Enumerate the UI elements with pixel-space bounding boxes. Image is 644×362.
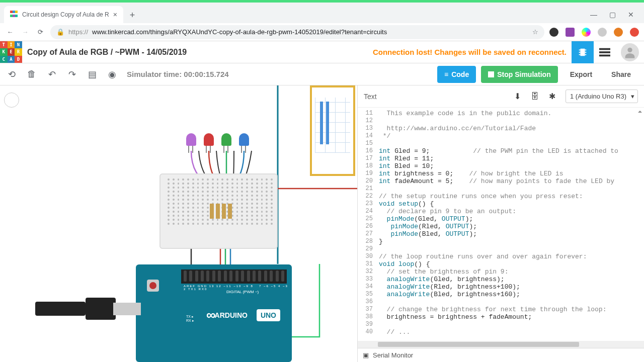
arduino-uno-component[interactable]: AREF GND 13 12 ~11 ~10 ~9 8 7 ~6 ~5 4 ~3… bbox=[136, 264, 292, 362]
lock-icon: 🔒 bbox=[56, 28, 64, 36]
svg-rect-7 bbox=[599, 48, 610, 50]
url-input[interactable]: 🔒 https://www.tinkercad.com/things/aRYQX… bbox=[50, 25, 544, 39]
export-button[interactable]: Export bbox=[563, 66, 599, 83]
list-icon bbox=[599, 48, 610, 57]
window-maximize-icon[interactable]: ▢ bbox=[609, 11, 616, 19]
tab-title: Circuit design Copy of Aula de R bbox=[22, 11, 109, 18]
share-button[interactable]: Share bbox=[604, 66, 638, 83]
app-header: TIN KER CAD Copy of Aula de RGB / ~PWM -… bbox=[0, 41, 644, 63]
editor-vscrollbar[interactable] bbox=[638, 109, 644, 341]
debugger-icon[interactable]: ✱ bbox=[549, 92, 555, 101]
oscilloscope-component[interactable] bbox=[310, 85, 355, 176]
code-content[interactable]: This example code is in the public domai… bbox=[376, 108, 644, 341]
browser-tab[interactable]: Circuit design Copy of Aula de R × bbox=[4, 6, 123, 23]
rotate-tool-icon[interactable]: ⟲ bbox=[6, 69, 17, 80]
stop-simulation-button[interactable]: Stop Simulation bbox=[481, 66, 558, 83]
led-component[interactable] bbox=[239, 133, 249, 146]
svg-point-10 bbox=[627, 47, 632, 52]
code-panel: Text ⬇ 🗄 ✱ 1 (Arduino Uno R3) 1112131415… bbox=[357, 85, 644, 362]
delete-tool-icon[interactable]: 🗑 bbox=[26, 69, 37, 79]
new-tab-button[interactable]: + bbox=[125, 8, 139, 22]
arduino-digital-header[interactable] bbox=[181, 269, 287, 284]
list-view-button[interactable] bbox=[594, 41, 616, 63]
extension-icons bbox=[549, 28, 639, 37]
nav-back-icon[interactable]: ← bbox=[5, 27, 15, 37]
chip-icon bbox=[577, 47, 588, 58]
led-component[interactable] bbox=[221, 133, 231, 146]
resistor-component[interactable] bbox=[210, 204, 214, 219]
window-close-icon[interactable]: ✕ bbox=[628, 11, 634, 19]
code-mode-select[interactable]: Text bbox=[364, 93, 377, 101]
editor-toolbar: ⟲ 🗑 ↶ ↷ ▤ ◉ Simulator time: 00:00:15.724… bbox=[0, 63, 644, 85]
code-editor[interactable]: 1112131415161718192021222324252627282930… bbox=[358, 108, 644, 341]
connection-warning: Connection lost! Changes will be saved o… bbox=[373, 48, 567, 56]
profile-avatar-icon[interactable] bbox=[614, 28, 623, 37]
undo-icon[interactable]: ↶ bbox=[46, 69, 57, 80]
window-minimize-icon[interactable]: — bbox=[590, 11, 597, 19]
person-icon bbox=[623, 45, 637, 59]
notes-tool-icon[interactable]: ▤ bbox=[87, 69, 98, 80]
breadboard-component[interactable] bbox=[159, 173, 278, 249]
svg-rect-4 bbox=[585, 49, 587, 50]
stop-icon bbox=[488, 71, 494, 77]
usb-cable-component[interactable] bbox=[35, 298, 136, 320]
extension-icon[interactable] bbox=[582, 28, 591, 37]
browser-tab-bar: Circuit design Copy of Aula de R × + — ▢… bbox=[0, 3, 644, 23]
tab-close-icon[interactable]: × bbox=[113, 11, 117, 19]
svg-rect-3 bbox=[579, 54, 581, 55]
svg-rect-6 bbox=[585, 54, 587, 55]
tab-favicon-icon bbox=[10, 11, 18, 19]
editor-hscrollbar[interactable] bbox=[358, 341, 644, 348]
led-component[interactable] bbox=[204, 133, 214, 146]
oscilloscope-screen bbox=[315, 98, 350, 153]
zoom-fit-button[interactable] bbox=[4, 93, 19, 108]
line-number-gutter: 1112131415161718192021222324252627282930… bbox=[358, 108, 376, 341]
svg-rect-0 bbox=[580, 48, 585, 56]
serial-monitor-toggle[interactable]: ▣ Serial Monitor bbox=[358, 348, 644, 362]
svg-rect-8 bbox=[599, 51, 610, 53]
code-icon: ≡ bbox=[444, 70, 448, 78]
serial-monitor-icon: ▣ bbox=[363, 351, 369, 359]
user-avatar[interactable] bbox=[621, 43, 639, 61]
bookmark-star-icon[interactable]: ☆ bbox=[532, 28, 538, 36]
circuit-canvas[interactable]: AREF GND 13 12 ~11 ~10 ~9 8 7 ~6 ~5 4 ~3… bbox=[0, 85, 357, 362]
visibility-tool-icon[interactable]: ◉ bbox=[107, 69, 118, 80]
svg-rect-2 bbox=[579, 52, 581, 53]
arduino-reset-button[interactable] bbox=[147, 280, 159, 292]
redo-icon[interactable]: ↷ bbox=[66, 69, 77, 80]
code-panel-toolbar: Text ⬇ 🗄 ✱ 1 (Arduino Uno R3) bbox=[358, 85, 644, 108]
tinkercad-logo-icon[interactable]: TIN KER CAD bbox=[0, 41, 22, 63]
svg-rect-9 bbox=[599, 54, 610, 56]
design-title[interactable]: Copy of Aula de RGB / ~PWM - 14/05/2019 bbox=[27, 48, 187, 57]
download-code-icon[interactable]: ⬇ bbox=[514, 92, 521, 101]
simulator-time: Simulator time: 00:00:15.724 bbox=[127, 70, 229, 78]
extension-icon[interactable] bbox=[630, 28, 639, 37]
extension-icon[interactable] bbox=[566, 28, 575, 37]
nav-forward-icon[interactable]: → bbox=[20, 27, 30, 37]
board-selector[interactable]: 1 (Arduino Uno R3) bbox=[566, 89, 638, 103]
browser-address-bar: ← → ⟳ 🔒 https://www.tinkercad.com/things… bbox=[0, 23, 644, 41]
extension-icon[interactable] bbox=[598, 28, 607, 37]
libraries-icon[interactable]: 🗄 bbox=[531, 92, 539, 101]
svg-rect-5 bbox=[585, 52, 587, 53]
components-panel-button[interactable] bbox=[572, 41, 594, 63]
led-component[interactable] bbox=[186, 133, 196, 146]
scrollbar-thumb[interactable] bbox=[378, 342, 579, 347]
code-button[interactable]: ≡ Code bbox=[437, 66, 476, 83]
svg-rect-1 bbox=[579, 49, 581, 50]
arduino-logo: ∞ ARDUINO UNO bbox=[206, 307, 280, 323]
extension-icon[interactable] bbox=[549, 28, 558, 37]
nav-reload-icon[interactable]: ⟳ bbox=[35, 27, 45, 37]
